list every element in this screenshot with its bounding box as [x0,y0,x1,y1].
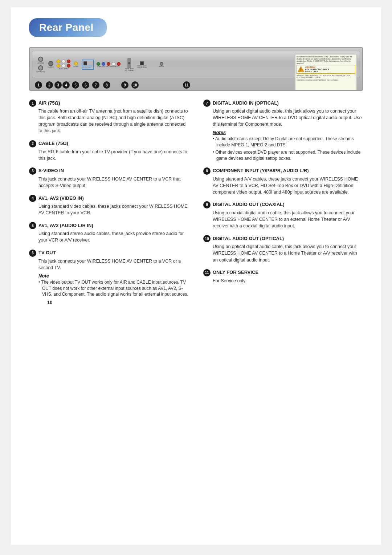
section-num-10: 10 [203,235,211,242]
indicator-6: 6 [82,81,89,89]
indicator-5: 5 [72,81,79,89]
digital-audio-out-opt-connector: DIGITAL AUDIOOUT (OPTICAL) [137,61,147,68]
warning-text: WARNING: SHOCK HAZARD - DO NOT OPEN. AVI… [297,75,355,78]
section-num-7: 7 [203,100,211,107]
indicator-4: 4 [62,81,70,89]
section-av-audio: 5 AV1, AV2 (AUDIO L/R IN) Using standard… [29,222,189,243]
page-title-banner: Rear Panel [29,18,107,37]
svg-text:!: ! [300,68,301,72]
section-title-4: AV1, AV2 (VIDEO IN) [38,195,84,201]
note-item-7-1: Audio bitstreams except Dolby Digital ar… [213,136,363,148]
indicator-11: 11 [183,81,190,89]
section-num-3: 3 [29,167,36,175]
section-air: 1 AIR (75Ω) The cable from an off-air TV… [29,100,189,134]
section-digital-audio-out-coax-header: 9 DIGITAL AUDIO OUT (COAXIAL) [203,201,363,208]
section-body-11: For Service only. [203,278,363,284]
caution-line2: DO NOT OPEN [305,70,329,73]
indicator-9: 9 [121,81,128,89]
section-title-5: AV1, AV2 (AUDIO L/R IN) [38,223,93,228]
component-connector: COMPONENT INPUT (Y/Pb/Pr/AUDIO) [96,62,121,68]
section-num-9: 9 [203,201,211,208]
section-tvout-header: 6 TV OUT [29,250,189,257]
section-component: 8 COMPONENT INPUT (Y/Pb/Pr, Audio L/R) U… [203,167,363,195]
indicator-2: 2 [46,81,53,89]
svideo-connector: S-VIDEO [48,61,53,68]
section-service-header: 11 ONLY FOR SERVICE [203,269,363,276]
section-body-8: Using standard A/V cables, these jacks c… [203,176,363,195]
section-body-9: Using a coaxial digital audio cable, thi… [203,210,363,229]
section-num-2: 2 [29,140,36,147]
content-columns: 1 AIR (75Ω) The cable from an off-air TV… [29,100,363,303]
section-title-6: TV OUT [38,250,56,255]
note-6: Note The video output TV OUT works only … [29,273,189,297]
section-title-1: AIR (75Ω) [38,100,60,106]
section-body-10: Using an optical digital audio cable, th… [203,243,363,263]
panel-body: AIR (75Ω) CABLE (75Ω) S-VIDEO [32,51,360,78]
left-column: 1 AIR (75Ω) The cable from an off-air TV… [29,100,189,303]
section-title-3: S-VIDEO IN [38,168,64,173]
section-tvout: 6 TV OUT This jack connects your WIRELES… [29,250,189,298]
section-svideo-header: 3 S-VIDEO IN [29,167,189,175]
indicator-10: 10 [131,81,139,89]
section-num-5: 5 [29,222,36,229]
digital-audio-out-coax-connector: DIGITAL AUDIOOUT (COAXIAL) [125,58,134,71]
section-component-header: 8 COMPONENT INPUT (Y/Pb/Pr, Audio L/R) [203,167,363,175]
section-title-7: DIGITAL AUDIO IN (OPTICAL) [213,100,279,106]
section-digital-audio-out-opt-header: 10 DIGITAL AUDIO OUT (OPTICAL) [203,235,363,242]
right-column: 7 DIGITAL AUDIO IN (OPTICAL) Using an op… [203,100,363,303]
rear-panel-image: + + AIR (75Ω) CABLE (75Ω) S-VIDEO [29,47,363,91]
section-body-2: The RG-6 cable from your cable TV provid… [29,149,189,162]
note-item-7-2: Other devices except DVD player are not … [213,149,363,162]
section-svideo: 3 S-VIDEO IN This jack connects your WIR… [29,167,189,189]
section-title-9: DIGITAL AUDIO OUT (COAXIAL) [213,202,285,207]
section-digital-audio-out-coax: 9 DIGITAL AUDIO OUT (COAXIAL) Using a co… [203,201,363,229]
section-num-8: 8 [203,167,211,175]
note-item-6-1: The video output TV OUT works only for A… [38,279,189,297]
service-connector: SERVICE [159,62,164,67]
digital-audio-in-connector: DIGITAL AUDIOIN (OPTICAL) [82,60,94,70]
section-cable-header: 2 CABLE (75Ω) [29,140,189,147]
section-av-video: 4 AV1, AV2 (VIDEO IN) Using standard vid… [29,195,189,216]
tvout-connector: TV OUT [73,61,79,68]
section-title-2: CABLE (75Ω) [38,141,68,146]
note-title-6: Note [38,273,189,279]
section-num-1: 1 [29,100,36,107]
page-number: 10 [47,300,381,305]
section-digital-audio-in: 7 DIGITAL AUDIO IN (OPTICAL) Using an op… [203,100,363,162]
section-body-4: Using standard video cables, these jacks… [29,203,189,216]
note-7: Notes Audio bitstreams except Dolby Digi… [203,130,363,161]
indicator-1: 1 [35,81,42,89]
section-num-6: 6 [29,250,36,257]
page-title: Rear Panel [39,22,94,33]
section-body-3: This jack connects your WIRELESS HOME AV… [29,176,189,189]
section-body-5: Using standard stereo audio cables, thes… [29,230,189,243]
section-digital-audio-in-header: 7 DIGITAL AUDIO IN (OPTICAL) [203,100,363,107]
section-cable: 2 CABLE (75Ω) The RG-6 cable from your c… [29,140,189,162]
section-title-10: DIGITAL AUDIO OUT (OPTICAL) [213,236,284,241]
section-body-7: Using an optical digital audio cable, th… [203,108,363,127]
av1-connector: AV1N1 AV1N2 [56,59,71,70]
section-body-1: The cable from an off-air TV antenna (no… [29,108,189,134]
note-title-7: Notes [213,130,363,135]
section-service: 11 ONLY FOR SERVICE For Service only. [203,269,363,284]
section-title-8: COMPONENT INPUT (Y/Pb/Pr, Audio L/R) [213,168,309,173]
indicator-8: 8 [103,81,110,89]
air-connector: AIR (75Ω) CABLE (75Ω) [36,56,45,73]
section-av-audio-header: 5 AV1, AV2 (AUDIO L/R IN) [29,222,189,229]
section-body-6: This jack connects your WIRELESS HOME AV… [29,258,189,271]
section-av-video-header: 4 AV1, AV2 (VIDEO IN) [29,195,189,202]
indicator-7: 7 [92,81,99,89]
section-digital-audio-out-opt: 10 DIGITAL AUDIO OUT (OPTICAL) Using an … [203,235,363,263]
indicator-3: 3 [54,81,62,89]
section-title-11: ONLY FOR SERVICE [213,270,258,275]
section-air-header: 1 AIR (75Ω) [29,100,189,107]
section-num-4: 4 [29,195,36,202]
section-num-11: 11 [203,269,211,276]
